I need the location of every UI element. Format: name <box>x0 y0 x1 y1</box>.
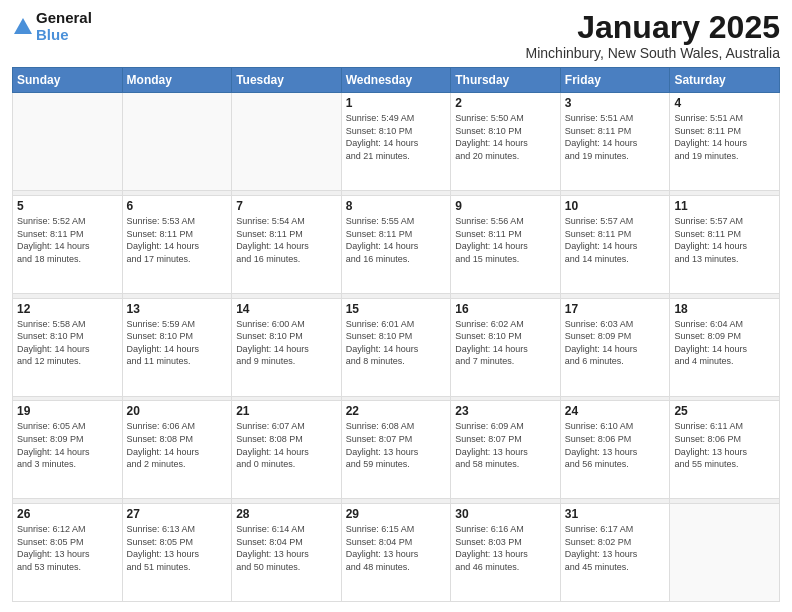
table-row: 25Sunrise: 6:11 AM Sunset: 8:06 PM Dayli… <box>670 401 780 499</box>
day-number: 18 <box>674 302 775 316</box>
day-info: Sunrise: 5:58 AM Sunset: 8:10 PM Dayligh… <box>17 318 118 368</box>
day-number: 13 <box>127 302 228 316</box>
day-number: 7 <box>236 199 337 213</box>
table-row: 18Sunrise: 6:04 AM Sunset: 8:09 PM Dayli… <box>670 298 780 396</box>
logo: General Blue <box>12 10 92 43</box>
table-row: 13Sunrise: 5:59 AM Sunset: 8:10 PM Dayli… <box>122 298 232 396</box>
day-number: 8 <box>346 199 447 213</box>
table-row: 26Sunrise: 6:12 AM Sunset: 8:05 PM Dayli… <box>13 504 123 602</box>
subtitle: Minchinbury, New South Wales, Australia <box>526 45 780 61</box>
day-number: 5 <box>17 199 118 213</box>
day-number: 24 <box>565 404 666 418</box>
table-row: 11Sunrise: 5:57 AM Sunset: 8:11 PM Dayli… <box>670 195 780 293</box>
day-info: Sunrise: 5:49 AM Sunset: 8:10 PM Dayligh… <box>346 112 447 162</box>
day-number: 9 <box>455 199 556 213</box>
day-info: Sunrise: 6:12 AM Sunset: 8:05 PM Dayligh… <box>17 523 118 573</box>
table-row: 28Sunrise: 6:14 AM Sunset: 8:04 PM Dayli… <box>232 504 342 602</box>
table-row: 5Sunrise: 5:52 AM Sunset: 8:11 PM Daylig… <box>13 195 123 293</box>
table-row: 2Sunrise: 5:50 AM Sunset: 8:10 PM Daylig… <box>451 93 561 191</box>
table-row: 31Sunrise: 6:17 AM Sunset: 8:02 PM Dayli… <box>560 504 670 602</box>
calendar-week-row: 19Sunrise: 6:05 AM Sunset: 8:09 PM Dayli… <box>13 401 780 499</box>
day-info: Sunrise: 6:01 AM Sunset: 8:10 PM Dayligh… <box>346 318 447 368</box>
main-title: January 2025 <box>526 10 780 45</box>
day-info: Sunrise: 6:13 AM Sunset: 8:05 PM Dayligh… <box>127 523 228 573</box>
day-info: Sunrise: 5:59 AM Sunset: 8:10 PM Dayligh… <box>127 318 228 368</box>
day-info: Sunrise: 5:51 AM Sunset: 8:11 PM Dayligh… <box>674 112 775 162</box>
col-thursday: Thursday <box>451 68 561 93</box>
day-info: Sunrise: 6:06 AM Sunset: 8:08 PM Dayligh… <box>127 420 228 470</box>
day-number: 19 <box>17 404 118 418</box>
table-row: 4Sunrise: 5:51 AM Sunset: 8:11 PM Daylig… <box>670 93 780 191</box>
day-number: 16 <box>455 302 556 316</box>
table-row: 21Sunrise: 6:07 AM Sunset: 8:08 PM Dayli… <box>232 401 342 499</box>
calendar-week-row: 12Sunrise: 5:58 AM Sunset: 8:10 PM Dayli… <box>13 298 780 396</box>
day-info: Sunrise: 5:57 AM Sunset: 8:11 PM Dayligh… <box>674 215 775 265</box>
day-number: 15 <box>346 302 447 316</box>
day-number: 21 <box>236 404 337 418</box>
day-number: 11 <box>674 199 775 213</box>
day-info: Sunrise: 5:50 AM Sunset: 8:10 PM Dayligh… <box>455 112 556 162</box>
logo-line1: General <box>36 10 92 27</box>
day-info: Sunrise: 6:10 AM Sunset: 8:06 PM Dayligh… <box>565 420 666 470</box>
table-row: 24Sunrise: 6:10 AM Sunset: 8:06 PM Dayli… <box>560 401 670 499</box>
day-info: Sunrise: 5:54 AM Sunset: 8:11 PM Dayligh… <box>236 215 337 265</box>
table-row: 23Sunrise: 6:09 AM Sunset: 8:07 PM Dayli… <box>451 401 561 499</box>
title-block: January 2025 Minchinbury, New South Wale… <box>526 10 780 61</box>
calendar-week-row: 1Sunrise: 5:49 AM Sunset: 8:10 PM Daylig… <box>13 93 780 191</box>
day-info: Sunrise: 6:15 AM Sunset: 8:04 PM Dayligh… <box>346 523 447 573</box>
day-info: Sunrise: 6:04 AM Sunset: 8:09 PM Dayligh… <box>674 318 775 368</box>
logo-icon <box>12 16 34 38</box>
day-info: Sunrise: 6:08 AM Sunset: 8:07 PM Dayligh… <box>346 420 447 470</box>
col-tuesday: Tuesday <box>232 68 342 93</box>
table-row: 16Sunrise: 6:02 AM Sunset: 8:10 PM Dayli… <box>451 298 561 396</box>
col-sunday: Sunday <box>13 68 123 93</box>
day-info: Sunrise: 5:57 AM Sunset: 8:11 PM Dayligh… <box>565 215 666 265</box>
table-row: 19Sunrise: 6:05 AM Sunset: 8:09 PM Dayli… <box>13 401 123 499</box>
col-wednesday: Wednesday <box>341 68 451 93</box>
day-info: Sunrise: 6:07 AM Sunset: 8:08 PM Dayligh… <box>236 420 337 470</box>
day-info: Sunrise: 6:03 AM Sunset: 8:09 PM Dayligh… <box>565 318 666 368</box>
table-row: 12Sunrise: 5:58 AM Sunset: 8:10 PM Dayli… <box>13 298 123 396</box>
day-info: Sunrise: 6:11 AM Sunset: 8:06 PM Dayligh… <box>674 420 775 470</box>
day-info: Sunrise: 6:16 AM Sunset: 8:03 PM Dayligh… <box>455 523 556 573</box>
day-info: Sunrise: 5:53 AM Sunset: 8:11 PM Dayligh… <box>127 215 228 265</box>
table-row: 30Sunrise: 6:16 AM Sunset: 8:03 PM Dayli… <box>451 504 561 602</box>
logo-container: General Blue <box>12 10 92 43</box>
day-number: 4 <box>674 96 775 110</box>
table-row: 20Sunrise: 6:06 AM Sunset: 8:08 PM Dayli… <box>122 401 232 499</box>
logo-line2: Blue <box>36 27 92 44</box>
day-number: 23 <box>455 404 556 418</box>
table-row: 10Sunrise: 5:57 AM Sunset: 8:11 PM Dayli… <box>560 195 670 293</box>
page: General Blue January 2025 Minchinbury, N… <box>0 0 792 612</box>
day-info: Sunrise: 5:56 AM Sunset: 8:11 PM Dayligh… <box>455 215 556 265</box>
day-number: 10 <box>565 199 666 213</box>
table-row: 17Sunrise: 6:03 AM Sunset: 8:09 PM Dayli… <box>560 298 670 396</box>
col-friday: Friday <box>560 68 670 93</box>
table-row <box>122 93 232 191</box>
day-info: Sunrise: 6:17 AM Sunset: 8:02 PM Dayligh… <box>565 523 666 573</box>
table-row <box>232 93 342 191</box>
day-number: 12 <box>17 302 118 316</box>
day-info: Sunrise: 6:05 AM Sunset: 8:09 PM Dayligh… <box>17 420 118 470</box>
day-info: Sunrise: 5:51 AM Sunset: 8:11 PM Dayligh… <box>565 112 666 162</box>
table-row: 27Sunrise: 6:13 AM Sunset: 8:05 PM Dayli… <box>122 504 232 602</box>
day-number: 30 <box>455 507 556 521</box>
day-info: Sunrise: 6:14 AM Sunset: 8:04 PM Dayligh… <box>236 523 337 573</box>
table-row: 15Sunrise: 6:01 AM Sunset: 8:10 PM Dayli… <box>341 298 451 396</box>
day-number: 31 <box>565 507 666 521</box>
day-number: 26 <box>17 507 118 521</box>
table-row: 1Sunrise: 5:49 AM Sunset: 8:10 PM Daylig… <box>341 93 451 191</box>
table-row: 14Sunrise: 6:00 AM Sunset: 8:10 PM Dayli… <box>232 298 342 396</box>
day-number: 2 <box>455 96 556 110</box>
day-number: 25 <box>674 404 775 418</box>
calendar-week-row: 26Sunrise: 6:12 AM Sunset: 8:05 PM Dayli… <box>13 504 780 602</box>
day-info: Sunrise: 6:02 AM Sunset: 8:10 PM Dayligh… <box>455 318 556 368</box>
col-monday: Monday <box>122 68 232 93</box>
day-info: Sunrise: 6:09 AM Sunset: 8:07 PM Dayligh… <box>455 420 556 470</box>
day-number: 14 <box>236 302 337 316</box>
col-saturday: Saturday <box>670 68 780 93</box>
day-number: 28 <box>236 507 337 521</box>
table-row: 8Sunrise: 5:55 AM Sunset: 8:11 PM Daylig… <box>341 195 451 293</box>
day-info: Sunrise: 5:55 AM Sunset: 8:11 PM Dayligh… <box>346 215 447 265</box>
table-row <box>670 504 780 602</box>
